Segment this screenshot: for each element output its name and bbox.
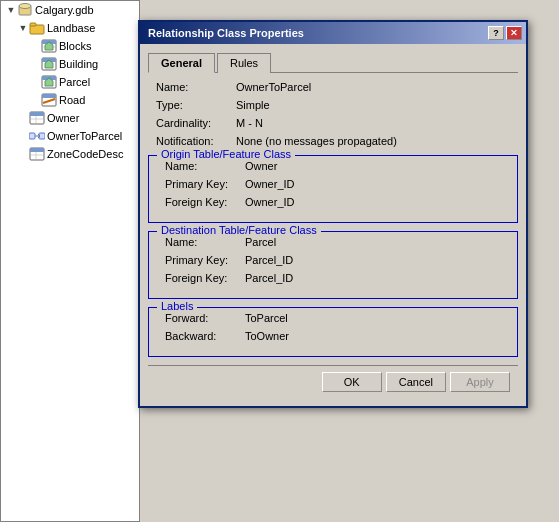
expand-icon: ▼ [5, 4, 17, 16]
tree-item-building[interactable]: Building [1, 55, 139, 73]
tree-label-calgary: Calgary.gdb [35, 4, 94, 16]
type-value: Simple [236, 99, 270, 111]
tree-label-parcel: Parcel [59, 76, 90, 88]
origin-group-title: Origin Table/Feature Class [157, 148, 295, 160]
tree-label-owner: Owner [47, 112, 79, 124]
tree-item-calgary-gdb[interactable]: ▼ Calgary.gdb [1, 1, 139, 19]
labels-group-box: Labels Forward: ToParcel Backward: ToOwn… [148, 307, 518, 357]
table-icon-owner [29, 110, 45, 126]
polygon-icon-parcel [41, 74, 57, 90]
tree-item-owner[interactable]: Owner [1, 109, 139, 127]
table-icon-zonecodedesc [29, 146, 45, 162]
tree-label-ownertoparcel: OwnerToParcel [47, 130, 122, 142]
origin-group-box: Origin Table/Feature Class Name: Owner P… [148, 155, 518, 223]
tree-item-ownertoparcel[interactable]: OwnerToParcel [1, 127, 139, 145]
forward-row: Forward: ToParcel [157, 312, 509, 324]
field-notification: Notification: None (no messages propagat… [148, 135, 518, 147]
tree-item-road[interactable]: Road [1, 91, 139, 109]
svg-rect-27 [30, 148, 44, 152]
dest-fk-label: Foreign Key: [165, 272, 245, 284]
cardinality-value: M - N [236, 117, 263, 129]
dest-name-label: Name: [165, 236, 245, 248]
tree-item-parcel[interactable]: Parcel [1, 73, 139, 91]
origin-name-row: Name: Owner [157, 160, 509, 172]
labels-group-title: Labels [157, 300, 197, 312]
backward-row: Backward: ToOwner [157, 330, 509, 342]
origin-name-label: Name: [165, 160, 245, 172]
dialog-titlebar: Relationship Class Properties ? ✕ [140, 22, 526, 44]
tree-label-road: Road [59, 94, 85, 106]
relationship-icon [29, 128, 45, 144]
notification-value: None (no messages propagated) [236, 135, 397, 147]
dest-fk-value: Parcel_ID [245, 272, 293, 284]
forward-value: ToParcel [245, 312, 288, 324]
polygon-icon-building [41, 56, 57, 72]
forward-label: Forward: [165, 312, 245, 324]
origin-fk-label: Foreign Key: [165, 196, 245, 208]
expand-icon-landbase: ▼ [17, 22, 29, 34]
dest-pk-label: Primary Key: [165, 254, 245, 266]
tree-item-zonecodedesc[interactable]: ZoneCodeDesc [1, 145, 139, 163]
gdb-icon [17, 2, 33, 18]
tab-rules[interactable]: Rules [217, 53, 271, 73]
dest-pk-row: Primary Key: Parcel_ID [157, 254, 509, 266]
type-label: Type: [156, 99, 236, 111]
backward-label: Backward: [165, 330, 245, 342]
cardinality-label: Cardinality: [156, 117, 236, 129]
titlebar-buttons: ? ✕ [488, 26, 522, 40]
dialog-footer: OK Cancel Apply [148, 365, 518, 398]
dest-fk-row: Foreign Key: Parcel_ID [157, 272, 509, 284]
origin-fk-row: Foreign Key: Owner_ID [157, 196, 509, 208]
destination-group-box: Destination Table/Feature Class Name: Pa… [148, 231, 518, 299]
dest-name-row: Name: Parcel [157, 236, 509, 248]
destination-group-title: Destination Table/Feature Class [157, 224, 321, 236]
dest-pk-value: Parcel_ID [245, 254, 293, 266]
help-button[interactable]: ? [488, 26, 504, 40]
tree-item-blocks[interactable]: Blocks [1, 37, 139, 55]
polygon-icon-blocks [41, 38, 57, 54]
field-type: Type: Simple [148, 99, 518, 111]
svg-rect-18 [30, 112, 44, 116]
tree-label-blocks: Blocks [59, 40, 91, 52]
svg-rect-21 [29, 133, 35, 139]
tab-general[interactable]: General [148, 53, 215, 73]
relationship-class-dialog: Relationship Class Properties ? ✕ Genera… [138, 20, 528, 408]
origin-pk-value: Owner_ID [245, 178, 295, 190]
svg-point-1 [19, 4, 31, 9]
backward-value: ToOwner [245, 330, 289, 342]
origin-name-value: Owner [245, 160, 277, 172]
field-name: Name: OwnerToParcel [148, 81, 518, 93]
origin-fk-value: Owner_ID [245, 196, 295, 208]
origin-pk-row: Primary Key: Owner_ID [157, 178, 509, 190]
notification-label: Notification: [156, 135, 236, 147]
close-button[interactable]: ✕ [506, 26, 522, 40]
tree-label-zonecodedesc: ZoneCodeDesc [47, 148, 123, 160]
tab-bar: General Rules [148, 52, 518, 73]
svg-rect-15 [42, 94, 56, 98]
dialog-title: Relationship Class Properties [144, 27, 488, 39]
line-icon-road [41, 92, 57, 108]
ok-button[interactable]: OK [322, 372, 382, 392]
name-label: Name: [156, 81, 236, 93]
tree-label-building: Building [59, 58, 98, 70]
dest-name-value: Parcel [245, 236, 276, 248]
tree-item-landbase[interactable]: ▼ Landbase [1, 19, 139, 37]
origin-pk-label: Primary Key: [165, 178, 245, 190]
svg-rect-3 [30, 23, 36, 26]
dialog-content: General Rules Name: OwnerToParcel Type: … [140, 44, 526, 406]
folder-icon-landbase [29, 20, 45, 36]
apply-button[interactable]: Apply [450, 372, 510, 392]
name-value: OwnerToParcel [236, 81, 311, 93]
field-cardinality: Cardinality: M - N [148, 117, 518, 129]
tree-panel: ▼ Calgary.gdb ▼ Landbase [0, 0, 140, 522]
cancel-button[interactable]: Cancel [386, 372, 446, 392]
tree-label-landbase: Landbase [47, 22, 95, 34]
